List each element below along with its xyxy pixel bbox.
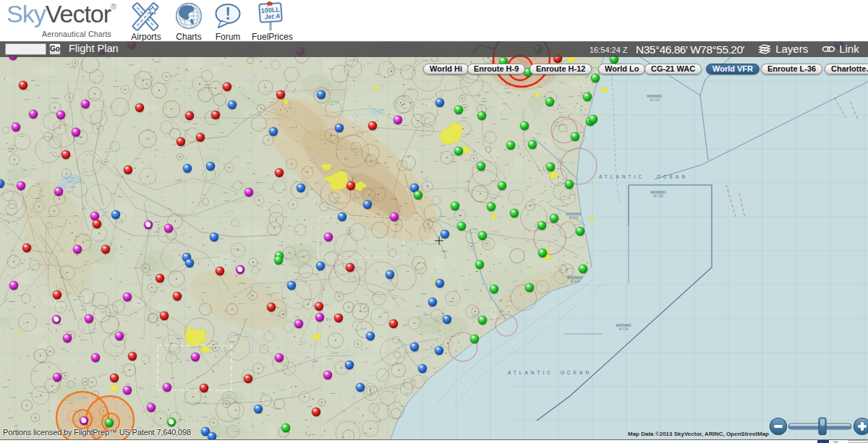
svg-text:ATLANTIC: ATLANTIC bbox=[508, 370, 553, 375]
svg-text:OCEAN: OCEAN bbox=[561, 370, 592, 375]
svg-text:OCEAN: OCEAN bbox=[657, 174, 688, 179]
svg-text:ATLANTIC: ATLANTIC bbox=[599, 174, 644, 179]
svg-text:Jet A: Jet A bbox=[264, 12, 280, 20]
svg-text:W-110: W-110 bbox=[650, 98, 660, 102]
svg-text:!: ! bbox=[225, 4, 231, 23]
svg-text:W-72B: W-72B bbox=[653, 194, 663, 198]
svg-text:W-132: W-132 bbox=[570, 280, 580, 283]
svg-text:W-134: W-134 bbox=[618, 327, 629, 331]
